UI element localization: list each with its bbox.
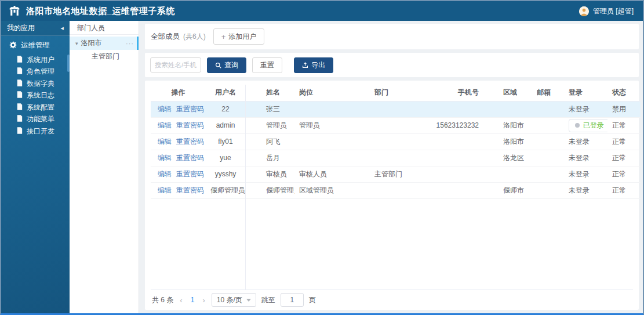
page-unit-label: 页	[309, 295, 316, 305]
jump-page-input[interactable]	[281, 293, 304, 307]
sidebar-scrollbar[interactable]	[67, 55, 70, 72]
cell-status: 正常	[607, 166, 641, 182]
cell-region	[486, 101, 532, 117]
cell-login: 未登录	[564, 133, 607, 150]
page-size-select[interactable]: 10 条/页	[212, 293, 256, 307]
caret-down-icon[interactable]: ▾	[75, 41, 78, 46]
cell-email	[532, 117, 564, 133]
cell-email	[532, 133, 564, 150]
column-header-name: 姓名	[245, 85, 294, 101]
row-action-edit[interactable]: 编辑	[158, 170, 172, 178]
cell-login: 已登录	[564, 117, 607, 133]
sidebar-item-api-development[interactable]: 接口开发	[1, 125, 70, 137]
users-table-card: 操作 用户名 姓名 岗位 部门 手机号 区域 邮箱 登录 状态	[145, 81, 639, 310]
chevron-down-icon	[246, 299, 251, 302]
document-icon	[17, 67, 23, 76]
department-panel-title: 部门人员	[70, 21, 139, 35]
row-actions: 编辑重置密码删除	[151, 150, 206, 166]
document-icon	[17, 103, 23, 112]
cell-name: 管理员	[245, 117, 294, 133]
cell-region	[486, 166, 532, 182]
sidebar-header-label: 我的应用	[7, 23, 35, 33]
department-tree: ▾ 洛阳市 ··· 主管部门	[70, 35, 139, 63]
next-page-button[interactable]: ›	[201, 296, 206, 305]
sidebar: 我的应用 ◀ 运维管理 系统用户	[1, 21, 70, 313]
cell-region: 洛阳市	[486, 133, 532, 150]
row-action-reset-password[interactable]: 重置密码	[176, 121, 204, 129]
reset-button[interactable]: 重置	[252, 57, 282, 73]
cell-username: 22	[206, 101, 245, 117]
row-actions: 编辑重置密码删除	[151, 182, 206, 198]
cell-name: 审核员	[245, 166, 294, 182]
row-action-reset-password[interactable]: 重置密码	[176, 105, 204, 113]
row-action-edit[interactable]: 编辑	[158, 137, 172, 146]
cell-job	[294, 101, 370, 117]
document-icon	[17, 56, 23, 64]
tree-node-supervising-dept[interactable]: 主管部门	[70, 50, 139, 63]
tree-node-luoyang[interactable]: ▾ 洛阳市 ···	[70, 37, 139, 50]
cell-job: 区域管理员	[294, 182, 370, 198]
column-header-username: 用户名	[206, 85, 245, 101]
table-header-row: 操作 用户名 姓名 岗位 部门 手机号 区域 邮箱 登录 状态	[151, 85, 641, 101]
prev-page-button[interactable]: ‹	[179, 296, 183, 305]
row-action-reset-password[interactable]: 重置密码	[176, 137, 204, 146]
fixed-column-divider	[245, 85, 246, 289]
row-action-edit[interactable]: 编辑	[158, 121, 172, 129]
search-input[interactable]	[150, 57, 201, 73]
status-dot-icon	[575, 123, 580, 128]
cell-name: 阿飞	[245, 133, 294, 150]
sidebar-menu: 运维管理 系统用户 角色管理 数据字典 系统日志	[1, 36, 70, 137]
table-wrap: 操作 用户名 姓名 岗位 部门 手机号 区域 邮箱 登录 状态	[151, 85, 633, 290]
search-toolbar: 查询 重置 导出	[145, 53, 639, 77]
row-actions: 编辑重置密码删除	[151, 166, 206, 182]
table-row: 编辑重置密码删除yue岳月洛龙区未登录正常	[151, 150, 641, 166]
add-user-button[interactable]: + 添加用户	[213, 28, 265, 45]
members-count: (共6人)	[183, 32, 206, 42]
cell-login: 未登录	[564, 101, 607, 117]
export-button[interactable]: 导出	[294, 57, 333, 73]
row-action-edit[interactable]: 编辑	[158, 105, 172, 113]
row-action-reset-password[interactable]: 重置密码	[176, 154, 204, 162]
row-action-edit[interactable]: 编辑	[158, 186, 172, 194]
cell-region: 洛阳市	[486, 117, 532, 133]
sidebar-item-system-config[interactable]: 系统配置	[1, 102, 70, 114]
pagination: 共 6 条 ‹ 1 › 10 条/页 跳至 页	[151, 290, 633, 310]
search-icon	[215, 62, 221, 68]
user-menu[interactable]: 管理员 [超管]	[579, 6, 634, 16]
cell-username: admin	[206, 117, 245, 133]
more-icon[interactable]: ···	[126, 40, 134, 47]
collapse-icon[interactable]: ◀	[61, 26, 64, 31]
sidebar-header[interactable]: 我的应用 ◀	[1, 21, 70, 36]
cell-dept	[370, 150, 428, 166]
row-action-edit[interactable]: 编辑	[158, 154, 172, 162]
column-header-phone: 手机号	[428, 85, 486, 101]
sidebar-item-system-users[interactable]: 系统用户	[1, 54, 70, 66]
row-action-reset-password[interactable]: 重置密码	[176, 186, 204, 194]
row-actions: 编辑重置密码删除	[151, 133, 206, 150]
column-header-email: 邮箱	[532, 85, 564, 101]
cell-username: 偃师管理员	[206, 182, 245, 198]
sidebar-item-system-logs[interactable]: 系统日志	[1, 90, 70, 102]
sidebar-item-data-dictionary[interactable]: 数据字典	[1, 78, 70, 90]
table-row: 编辑重置密码删除fly01阿飞洛阳市未登录正常	[151, 133, 641, 150]
document-icon	[17, 79, 23, 88]
cell-phone	[428, 101, 486, 117]
current-page[interactable]: 1	[189, 296, 197, 304]
table-row: 编辑重置密码删除22张三未登录禁用	[151, 101, 641, 117]
cell-status: 正常	[607, 117, 641, 133]
cell-name: 张三	[245, 101, 294, 117]
column-header-region: 区域	[486, 85, 532, 101]
row-actions: 编辑重置密码删除	[151, 101, 206, 117]
sidebar-group-ops-management[interactable]: 运维管理	[1, 41, 70, 54]
cell-phone	[428, 182, 486, 198]
cell-login: 未登录	[564, 150, 607, 166]
cell-status: 禁用	[607, 101, 641, 117]
document-icon	[17, 115, 23, 124]
cell-username: yysshy	[206, 166, 245, 182]
row-action-reset-password[interactable]: 重置密码	[176, 170, 204, 178]
app-window: 洛阳市地名地址数据_运维管理子系统 管理员 [超管] 我的应用 ◀	[0, 0, 644, 315]
cell-status: 正常	[607, 150, 641, 166]
sidebar-item-role-management[interactable]: 角色管理	[1, 66, 70, 78]
sidebar-item-function-menu[interactable]: 功能菜单	[1, 114, 70, 126]
query-button[interactable]: 查询	[207, 57, 246, 73]
